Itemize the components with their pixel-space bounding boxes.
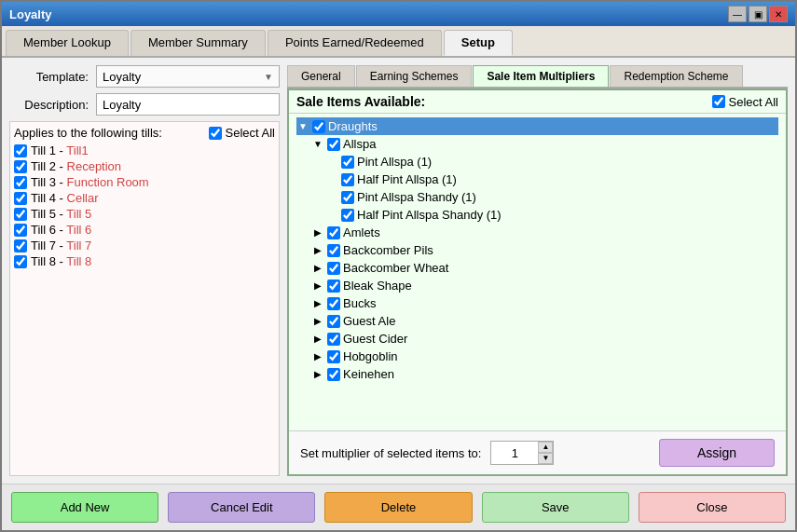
pint-allspa-shandy-checkbox[interactable] (341, 191, 354, 204)
tree-item-half-pint-allspa-shandy[interactable]: Half Pint Allspa Shandy (1) (341, 206, 778, 224)
tree-item-backcomber-pils[interactable]: ▶ Backcomber Pils (311, 241, 778, 259)
sale-items-select-all-checkbox[interactable] (712, 95, 725, 108)
till1-checkbox[interactable] (14, 144, 27, 157)
list-item: Till 8 - Till 8 (14, 254, 275, 268)
sale-items-title: Sale Items Available: (296, 94, 425, 109)
multiplier-up-button[interactable]: ▲ (538, 442, 553, 453)
tab-general[interactable]: General (287, 65, 355, 87)
close-button[interactable]: ✕ (769, 6, 788, 22)
tills-select-all-checkbox[interactable] (209, 127, 222, 140)
delete-button[interactable]: Delete (324, 492, 472, 523)
guest-ale-label: Guest Ale (343, 314, 395, 328)
multiplier-down-button[interactable]: ▼ (538, 453, 553, 464)
save-button[interactable]: Save (482, 492, 629, 523)
tills-header: Applies to the following tills: Select A… (14, 126, 275, 140)
till8-checkbox[interactable] (14, 255, 27, 268)
guest-cider-checkbox[interactable] (327, 333, 340, 346)
till7-checkbox[interactable] (14, 239, 27, 252)
template-value: Loyalty (103, 70, 141, 84)
till5-label: Till 5 - Till 5 (31, 207, 91, 221)
half-pint-allspa-checkbox[interactable] (341, 173, 354, 186)
multiplier-spinner: ▲ ▼ (538, 442, 553, 464)
assign-button[interactable]: Assign (659, 439, 775, 467)
allspa-label: Allspa (343, 137, 376, 151)
tills-select-all-row: Select All (209, 126, 275, 140)
description-input[interactable] (96, 93, 280, 116)
bleak-shape-label: Bleak Shape (343, 279, 412, 293)
combo-arrow-icon: ▼ (264, 72, 273, 82)
cancel-edit-button[interactable]: Cancel Edit (168, 492, 315, 523)
tab-member-lookup[interactable]: Member Lookup (6, 30, 129, 56)
tab-member-summary[interactable]: Member Summary (131, 30, 266, 56)
template-combo[interactable]: Loyalty ▼ (96, 65, 280, 88)
left-panel: Template: Loyalty ▼ Description: Applies… (9, 65, 280, 476)
tree-item-pint-allspa-shandy[interactable]: Pint Allspa Shandy (1) (341, 188, 778, 206)
till2-label: Till 2 - Reception (31, 159, 121, 173)
template-label: Template: (9, 70, 89, 84)
till4-label: Till 4 - Cellar (31, 191, 99, 205)
multiplier-input-wrap: ▲ ▼ (490, 441, 554, 465)
draughts-checkbox[interactable] (312, 120, 325, 133)
bleak-shape-checkbox[interactable] (327, 280, 340, 293)
list-item: Till 6 - Till 6 (14, 223, 275, 237)
list-item: Till 5 - Till 5 (14, 207, 275, 221)
keinehen-checkbox[interactable] (327, 368, 340, 381)
tree-item-backcomber-wheat[interactable]: ▶ Backcomber Wheat (311, 259, 778, 277)
tree-item-draughts[interactable]: ▼ Draughts (296, 117, 778, 135)
tree-item-guest-ale[interactable]: ▶ Guest Ale (311, 312, 778, 330)
main-window: Loyalty — ▣ ✕ Member Lookup Member Summa… (0, 0, 797, 532)
till5-checkbox[interactable] (14, 208, 27, 221)
tab-setup[interactable]: Setup (444, 30, 513, 56)
sale-items-select-all-row: Select All (712, 95, 778, 109)
list-item: Till 3 - Function Room (14, 175, 275, 189)
tree-item-allspa[interactable]: ▼ Allspa (311, 135, 778, 153)
tree-item-keinehen[interactable]: ▶ Keinehen (311, 365, 778, 383)
multiplier-bar: Set multiplier of selected items to: ▲ ▼… (289, 430, 786, 474)
tree-item-bucks[interactable]: ▶ Bucks (311, 294, 778, 312)
tree-item-guest-cider[interactable]: ▶ Guest Cider (311, 330, 778, 348)
hobgoblin-checkbox[interactable] (327, 350, 340, 363)
amlets-checkbox[interactable] (327, 226, 340, 239)
list-item: Till 7 - Till 7 (14, 239, 275, 252)
top-tab-bar: Member Lookup Member Summary Points Earn… (2, 26, 795, 58)
list-item: Till 4 - Cellar (14, 191, 275, 205)
bottom-bar: Add New Cancel Edit Delete Save Close (2, 484, 795, 530)
description-label: Description: (9, 98, 89, 112)
backcomber-wheat-checkbox[interactable] (327, 262, 340, 275)
tree-item-pint-allspa[interactable]: Pint Allspa (1) (341, 153, 778, 171)
till3-checkbox[interactable] (14, 176, 27, 189)
restore-button[interactable]: ▣ (749, 6, 767, 22)
close-button-bottom[interactable]: Close (639, 492, 786, 523)
list-item: Till 1 - Till1 (14, 143, 275, 157)
tab-sale-item-multipliers[interactable]: Sale Item Multipliers (473, 65, 609, 87)
tills-select-all-label: Select All (226, 126, 275, 140)
backcomber-pils-label: Backcomber Pils (343, 243, 433, 257)
minimize-button[interactable]: — (728, 6, 747, 22)
backcomber-wheat-label: Backcomber Wheat (343, 261, 448, 275)
tree-item-bleak-shape[interactable]: ▶ Bleak Shape (311, 277, 778, 294)
tree-item-half-pint-allspa[interactable]: Half Pint Allspa (1) (341, 171, 778, 188)
allspa-checkbox[interactable] (327, 138, 340, 151)
tab-points-earned[interactable]: Points Earned/Redeemed (268, 30, 442, 56)
half-pint-allspa-shandy-checkbox[interactable] (341, 209, 354, 222)
add-new-button[interactable]: Add New (11, 492, 158, 523)
till6-checkbox[interactable] (14, 224, 27, 237)
pint-allspa-label: Pint Allspa (1) (357, 155, 432, 169)
inner-tab-bar: General Earning Schemes Sale Item Multip… (287, 65, 788, 89)
till2-checkbox[interactable] (14, 160, 27, 173)
amlets-label: Amlets (343, 225, 380, 239)
multiplier-input[interactable] (491, 442, 538, 464)
tab-earning-schemes[interactable]: Earning Schemes (356, 65, 473, 87)
description-row: Description: (9, 93, 280, 116)
pint-allspa-checkbox[interactable] (341, 156, 354, 169)
till4-checkbox[interactable] (14, 192, 27, 205)
backcomber-pils-checkbox[interactable] (327, 244, 340, 257)
tab-redemption-scheme[interactable]: Redemption Scheme (610, 65, 742, 87)
guest-ale-checkbox[interactable] (327, 315, 340, 328)
right-panel: General Earning Schemes Sale Item Multip… (287, 65, 788, 476)
tree-item-hobgoblin[interactable]: ▶ Hobgoblin (311, 348, 778, 365)
template-row: Template: Loyalty ▼ (9, 65, 280, 88)
bucks-checkbox[interactable] (327, 297, 340, 310)
multiplier-label: Set multiplier of selected items to: (300, 446, 481, 460)
tree-item-amlets[interactable]: ▶ Amlets (311, 224, 778, 241)
